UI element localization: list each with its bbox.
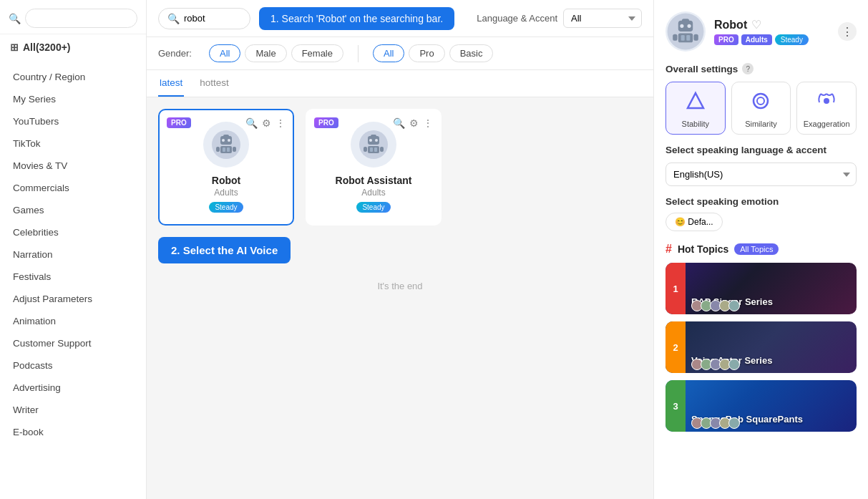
settings-icon[interactable]: ⚙	[262, 117, 271, 129]
overall-settings-title: Overall settings	[665, 64, 738, 74]
steady-badge: Steady	[775, 34, 809, 45]
voice-card-robot-assistant[interactable]: PRO 🔍 ⚙ ⋮ Robot Assistant Adults Steady	[306, 109, 442, 226]
tab-hottest[interactable]: hottest	[198, 70, 230, 97]
sidebar-item-tiktok[interactable]: TikTok	[0, 132, 146, 155]
voice-avatar	[351, 122, 396, 168]
type-filter-pro[interactable]: Pro	[409, 44, 444, 62]
search-input[interactable]	[25, 9, 137, 28]
gender-filter-all[interactable]: All	[209, 44, 240, 62]
pro-badge: PRO	[714, 34, 738, 45]
help-icon[interactable]: ?	[742, 63, 754, 74]
more-icon[interactable]: ⋮	[423, 117, 433, 129]
sidebar-item-animation[interactable]: Animation	[0, 310, 146, 332]
setting-card-stability[interactable]: Stability	[665, 82, 726, 135]
sidebar-item-country-region[interactable]: Country / Region	[0, 66, 146, 88]
svg-rect-22	[682, 19, 689, 22]
hot-topics-header: # Hot Topics All Topics	[665, 243, 857, 256]
svg-point-4	[228, 139, 230, 142]
topic-item-rap[interactable]: 1 RAP Singer Series	[665, 263, 857, 314]
sidebar-item-e-book[interactable]: E-book	[0, 421, 146, 443]
more-options-button[interactable]: ⋮	[838, 22, 857, 41]
lang-section-title: Select speaking language & accent	[665, 145, 857, 155]
sidebar-item-adjust-parameters[interactable]: Adjust Parameters	[0, 288, 146, 310]
sidebar-item-my-series[interactable]: My Series	[0, 88, 146, 110]
filters-bar: Gender: AllMaleFemale AllProBasic	[147, 37, 653, 70]
search-icon[interactable]: 🔍	[245, 117, 258, 129]
rp-badges: PRO Adults Steady	[714, 34, 809, 45]
topic-item-spongebob[interactable]: 3 SpongeBob SquarePants	[665, 380, 857, 432]
search-icon: 🔍	[9, 13, 21, 24]
svg-rect-26	[673, 34, 677, 41]
search-icon[interactable]: 🔍	[393, 117, 405, 129]
sidebar-item-narration[interactable]: Narration	[0, 243, 146, 266]
sidebar-item-all[interactable]: ⊞ All(3200+)	[0, 34, 146, 60]
sidebar-item-youtubers[interactable]: YouTubers	[0, 110, 146, 132]
svg-marker-30	[688, 93, 703, 108]
voice-card-robot[interactable]: PRO 🔍 ⚙ ⋮ Robot Adults Steady	[158, 109, 294, 226]
lang-select[interactable]: English(US) English(UK) Spanish Japanese	[665, 163, 857, 186]
sidebar-item-commercials[interactable]: Commercials	[0, 177, 146, 199]
stability-label: Stability	[682, 120, 710, 128]
svg-rect-9	[227, 147, 230, 152]
gender-filter-female[interactable]: Female	[291, 44, 343, 62]
card-icons: 🔍 ⚙ ⋮	[245, 117, 286, 129]
svg-rect-15	[368, 146, 379, 153]
type-filter-all[interactable]: All	[373, 44, 404, 62]
stability-icon	[686, 91, 706, 115]
steady-badge: Steady	[209, 202, 243, 213]
tab-latest[interactable]: latest	[158, 70, 184, 97]
sidebar-item-celebrities[interactable]: Celebrities	[0, 221, 146, 243]
svg-point-3	[222, 139, 225, 142]
svg-rect-18	[370, 147, 373, 152]
adults-badge: Adults	[741, 34, 772, 45]
svg-point-24	[688, 24, 691, 28]
settings-grid: Stability Similarity Exaggeration	[665, 82, 857, 135]
sidebar-item-writer[interactable]: Writer	[0, 399, 146, 421]
type-filter-basic[interactable]: Basic	[449, 44, 494, 62]
topic-avatars	[691, 417, 738, 429]
sidebar-item-movies-tv[interactable]: Movies & TV	[0, 155, 146, 177]
setting-card-similarity[interactable]: Similarity	[731, 82, 791, 135]
lang-accent-label: Language & Accent	[477, 13, 557, 24]
sidebar-item-advertising[interactable]: Advertising	[0, 377, 146, 399]
search-tooltip: 1. Search 'Robot' on the searching bar.	[259, 7, 454, 30]
pro-badge: PRO	[314, 117, 338, 128]
lang-accent-select[interactable]: AllEnglish(US)English(UK)SpanishFrenchJa…	[563, 9, 642, 28]
svg-rect-19	[374, 147, 377, 152]
voice-grid-area: PRO 🔍 ⚙ ⋮ Robot Adults Steady PRO 🔍 ⚙ ⋮	[147, 97, 653, 499]
setting-card-exaggeration[interactable]: Exaggeration	[796, 82, 857, 135]
topic-item-voice-actor[interactable]: 2 Voice Actor Series	[665, 321, 857, 373]
svg-point-13	[369, 139, 372, 142]
topic-num: 1	[665, 263, 686, 314]
svg-rect-6	[216, 147, 220, 152]
svg-rect-2	[223, 135, 229, 137]
svg-rect-12	[371, 135, 376, 137]
gender-filter-male[interactable]: Male	[245, 44, 286, 62]
search-wrap: 🔍	[158, 8, 250, 29]
hot-topics: # Hot Topics All Topics 1 RAP Singer Ser…	[665, 243, 857, 432]
sidebar-all-label: All(3200+)	[23, 42, 71, 53]
more-icon[interactable]: ⋮	[275, 117, 286, 129]
lang-accent-wrap: Language & Accent AllEnglish(US)English(…	[477, 9, 642, 28]
search-icon-topbar: 🔍	[167, 13, 180, 24]
sidebar-nav: Country / RegionMy SeriesYouTubersTikTok…	[0, 60, 146, 449]
hot-topics-title: Hot Topics	[678, 243, 728, 255]
sidebar-item-games[interactable]: Games	[0, 199, 146, 221]
rp-voice-info: Robot ♡ PRO Adults Steady	[714, 18, 809, 45]
rp-header: Robot ♡ PRO Adults Steady ⋮	[665, 11, 857, 52]
search-input-main[interactable]	[184, 13, 241, 24]
all-topics-button[interactable]: All Topics	[734, 243, 779, 255]
settings-icon[interactable]: ⚙	[409, 117, 419, 129]
heart-icon[interactable]: ♡	[751, 18, 761, 32]
end-text: It's the end	[158, 281, 642, 291]
main-content: 🔍 1. Search 'Robot' on the searching bar…	[147, 0, 653, 499]
svg-rect-7	[233, 147, 236, 152]
emotion-default-button[interactable]: 😊 Defa...	[665, 213, 723, 231]
sidebar: 🔍 ⊞ All(3200+) Country / RegionMy Series…	[0, 0, 147, 499]
steady-badge: Steady	[356, 202, 390, 213]
sidebar-item-podcasts[interactable]: Podcasts	[0, 354, 146, 377]
sidebar-item-customer-support[interactable]: Customer Support	[0, 332, 146, 354]
similarity-icon	[751, 91, 771, 115]
svg-rect-25	[678, 34, 693, 43]
sidebar-item-festivals[interactable]: Festivals	[0, 266, 146, 288]
